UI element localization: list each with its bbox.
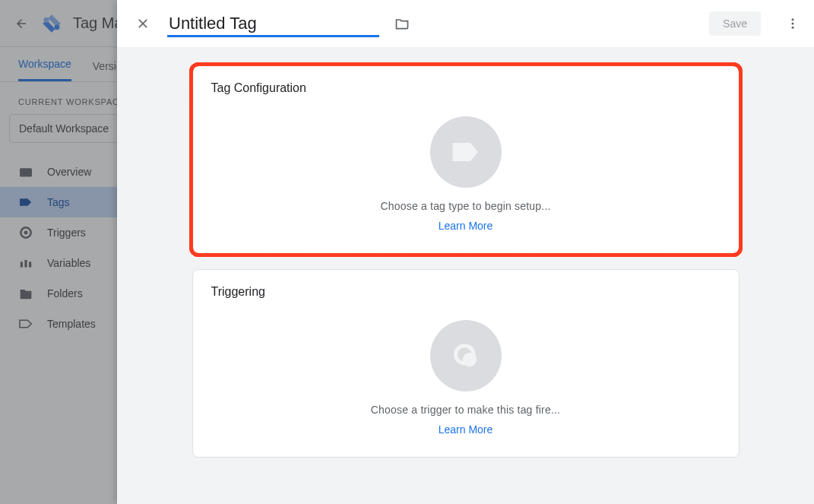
svg-point-10 (792, 18, 794, 21)
tag-placeholder-circle (430, 116, 502, 188)
tag-title-input[interactable] (167, 11, 379, 37)
svg-point-12 (792, 27, 794, 29)
tag-icon (449, 135, 483, 169)
trigger-learn-more-link[interactable]: Learn More (439, 423, 493, 436)
triggering-card[interactable]: Triggering Choose a trigger to make this… (192, 269, 740, 458)
tag-editor-panel: Save Tag Configuration Choose a tag type… (117, 0, 814, 504)
folder-button[interactable] (393, 14, 411, 33)
trigger-placeholder-circle (430, 320, 502, 391)
more-menu-button[interactable] (781, 11, 805, 36)
trigger-placeholder-text: Choose a trigger to make this tag fire..… (371, 404, 560, 416)
more-vert-icon (786, 17, 800, 30)
trigger-icon (451, 341, 481, 371)
card-title: Triggering (211, 285, 721, 299)
close-button[interactable] (132, 13, 154, 34)
tag-configuration-card[interactable]: Tag Configuration Choose a tag type to b… (192, 65, 740, 254)
config-placeholder-text: Choose a tag type to begin setup... (380, 200, 550, 212)
folder-icon (394, 16, 410, 31)
config-learn-more-link[interactable]: Learn More (439, 220, 493, 232)
save-button[interactable]: Save (709, 11, 761, 36)
card-title: Tag Configuration (211, 81, 721, 95)
svg-point-14 (463, 353, 476, 366)
close-icon (135, 16, 150, 31)
svg-point-11 (792, 23, 794, 25)
